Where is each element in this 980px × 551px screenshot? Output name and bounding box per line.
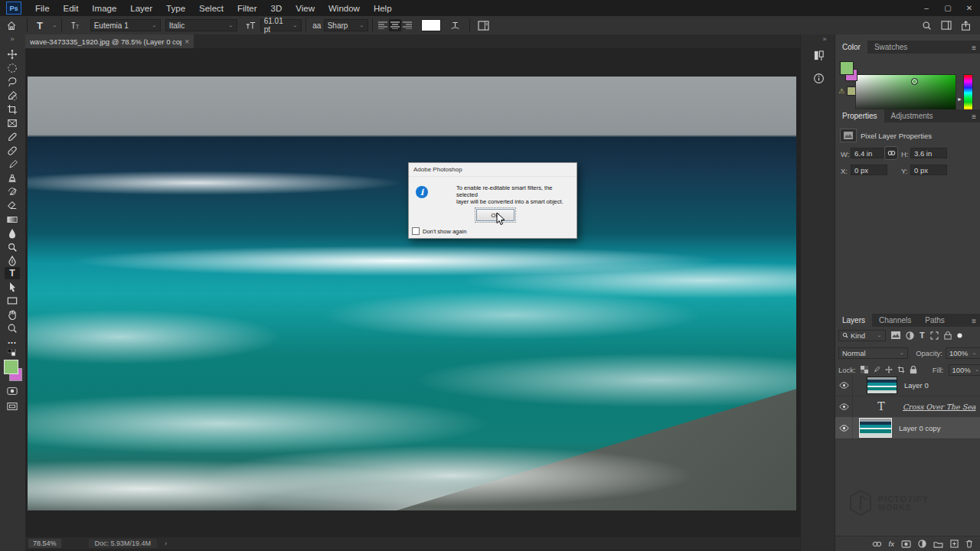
menu-help[interactable]: Help [367,0,399,16]
menu-window[interactable]: Window [322,0,367,16]
blend-mode-select[interactable]: Normal⌄ [838,347,908,359]
lock-paint-icon[interactable] [873,366,880,373]
filter-toggle-dot[interactable] [957,333,962,338]
move-tool[interactable] [5,48,20,60]
layer-row-layer0-copy[interactable]: Layer 0 copy [835,417,980,439]
dock-collapse-icon[interactable]: » [816,34,833,44]
filter-shape-icon[interactable] [930,331,939,340]
font-size-select[interactable]: 61.01 pt⌄ [260,19,302,31]
ok-button[interactable]: OK [476,209,514,221]
default-colors-icon[interactable] [5,348,20,357]
blur-tool[interactable] [5,227,20,240]
gradient-tool[interactable] [5,214,20,226]
maximize-button[interactable]: ▢ [937,0,959,16]
width-field[interactable]: 6.4 in [851,148,887,158]
edit-toolbar-icon[interactable]: ••• [5,336,20,348]
info-panel-icon[interactable] [810,70,827,86]
y-field[interactable]: 0 px [910,165,947,175]
toggle-panels-icon[interactable] [474,17,494,34]
menu-edit[interactable]: Edit [57,0,86,16]
hue-slider-marker[interactable]: ► [957,96,962,102]
align-left-button[interactable] [377,19,389,31]
status-menu-arrow-icon[interactable]: › [165,540,167,547]
text-orientation-icon[interactable] [66,17,84,34]
visibility-toggle[interactable] [835,417,853,439]
font-style-select[interactable]: Italic⌄ [165,19,237,31]
opacity-select[interactable]: 100%⌄ [946,347,980,359]
tab-channels[interactable]: Channels [872,314,918,327]
layer-effects-icon[interactable]: fx [889,540,894,548]
filter-type-icon[interactable]: T [920,331,925,340]
color-field-marker[interactable] [911,78,918,85]
align-right-button[interactable] [401,19,413,31]
tab-adjustments[interactable]: Adjustments [884,109,940,122]
dont-show-again-checkbox[interactable]: Don't show again [412,227,466,235]
layer-row-text[interactable]: T Cross Over The Sea [835,396,980,418]
layer-thumbnail[interactable] [859,418,892,438]
frame-tool[interactable] [5,117,20,129]
dodge-tool[interactable] [5,241,20,253]
visibility-toggle[interactable] [835,374,853,396]
menu-layer[interactable]: Layer [123,0,159,16]
menu-image[interactable]: Image [85,0,123,16]
quick-selection-tool[interactable] [5,90,20,102]
height-field[interactable]: 3.6 in [910,148,947,158]
new-adjustment-layer-icon[interactable] [918,540,926,548]
lock-all-icon[interactable] [910,366,917,374]
eraser-tool[interactable] [5,200,20,212]
lock-artboard-icon[interactable] [897,366,905,373]
new-layer-icon[interactable] [950,540,959,548]
search-icon[interactable] [922,17,932,34]
warp-text-icon[interactable] [446,17,466,34]
panel-menu-icon[interactable]: ≡ [967,42,980,54]
zoom-tool[interactable] [5,322,20,334]
close-button[interactable]: ✕ [959,0,980,16]
panel-menu-icon[interactable]: ≡ [967,111,980,122]
menu-type[interactable]: Type [159,0,192,16]
add-mask-icon[interactable] [901,540,911,548]
clone-stamp-tool[interactable] [5,172,20,184]
brush-tool[interactable] [5,158,20,171]
panel-menu-icon[interactable]: ≡ [967,315,980,327]
filter-smart-object-icon[interactable] [944,331,952,340]
layer-filter-select[interactable]: Kind ⌄ [838,330,886,341]
document-image[interactable] [28,77,796,510]
chevron-down-icon[interactable]: ⌄ [52,22,57,28]
quick-mask-icon[interactable] [5,385,20,397]
menu-3d[interactable]: 3D [264,0,289,16]
foreground-color-swatch[interactable] [4,360,18,374]
link-layers-icon[interactable] [872,541,882,547]
tab-layers[interactable]: Layers [835,314,872,327]
zoom-level-field[interactable]: 78.54% [28,539,61,548]
layer-thumbnail[interactable] [867,377,897,394]
visibility-toggle[interactable] [835,396,853,417]
history-brush-tool[interactable] [5,186,20,198]
lock-transparency-icon[interactable] [861,366,868,373]
pen-tool[interactable] [5,255,20,267]
healing-brush-tool[interactable] [5,145,20,157]
link-dimensions-icon[interactable] [884,146,898,160]
layer-name[interactable]: Cross Over The Sea [903,403,976,411]
x-field[interactable]: 0 px [851,165,887,175]
checkbox-box[interactable] [412,227,420,235]
new-group-icon[interactable] [933,540,943,548]
type-tool[interactable]: T [5,267,20,279]
eyedropper-tool[interactable] [5,131,20,143]
minimize-button[interactable]: – [916,0,937,16]
canvas-area[interactable] [25,48,800,537]
align-center-button[interactable] [389,19,401,31]
workspace-switcher-icon[interactable] [941,17,952,34]
shape-tool[interactable] [5,295,20,307]
text-color-swatch[interactable] [421,19,441,31]
tab-swatches[interactable]: Swatches [867,41,914,54]
font-family-select[interactable]: Eutemia 1⌄ [90,19,161,31]
filter-adjustment-icon[interactable] [906,331,914,340]
lasso-tool[interactable] [5,76,20,88]
lock-position-icon[interactable] [885,366,893,373]
menu-select[interactable]: Select [192,0,230,16]
foreground-color-well[interactable] [840,61,854,75]
home-icon[interactable] [0,17,23,34]
toolbar-collapse-icon[interactable]: » [5,34,20,44]
filter-pixel-icon[interactable] [891,331,900,339]
tab-close-icon[interactable]: × [185,37,189,46]
